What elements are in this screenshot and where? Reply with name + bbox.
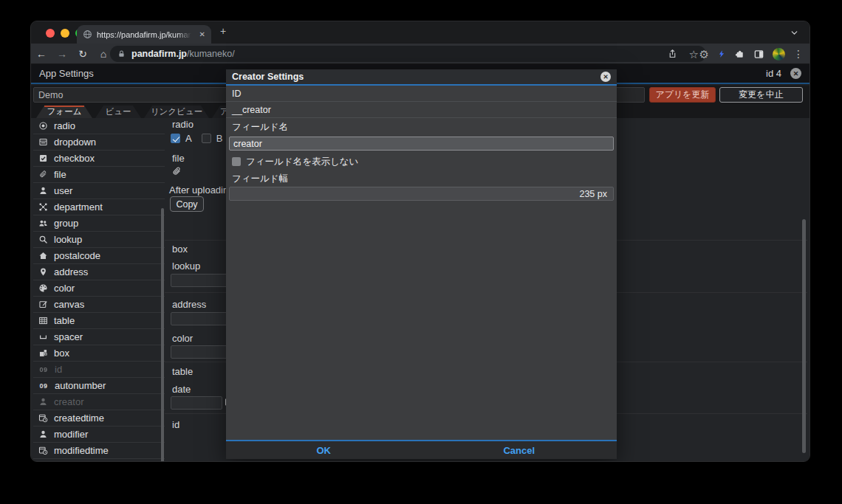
palette-item-label: modifiedtime [54,445,109,456]
reload-icon[interactable]: ↻ [72,48,93,60]
field-width-label: フィールド幅 [232,173,288,185]
url-domain: pandafirm.jp [131,49,187,59]
grid-icon [38,316,48,325]
palette-item-label: createdtime [54,412,104,424]
modal-field-width-label-row: フィールド幅 [226,170,617,187]
palette-item-label: file [54,169,66,180]
share-icon[interactable] [668,49,677,59]
ok-button-label: OK [317,445,332,456]
department-icon [38,202,48,212]
update-app-label: アプリを更新 [655,89,709,101]
group-icon [38,218,48,228]
palette-item-label: group [54,218,78,229]
palette-item-label: postalcode [54,250,100,261]
tab-view-label: ビュー [105,106,131,117]
field-name-input[interactable] [229,137,614,151]
tab-linkview[interactable]: リンクビュー [144,106,209,118]
tab-form[interactable]: フォーム [36,106,92,118]
hide-field-name-row[interactable]: フィールド名を表示しない [226,153,617,170]
checkbox-checked-icon[interactable] [171,134,180,143]
browser-tab[interactable]: https://pandafirm.jp/kumaneko ✕ [77,25,211,44]
tab-view[interactable]: ビュー [95,106,141,118]
palette-item-postalcode[interactable]: postalcode [33,248,165,264]
search-icon [38,235,48,244]
creator-settings-modal: Creator Settings ✕ ID __creator フィールド名 フ… [226,69,617,459]
field-width-input[interactable]: 235 px [229,187,614,201]
minimize-window-button[interactable] [61,29,69,38]
ok-button[interactable]: OK [226,441,422,459]
modal-field-name-label-row: フィールド名 [226,118,617,136]
palette-item-label: department [54,201,103,213]
palette-item-radio[interactable]: radio [33,118,165,134]
kebab-menu-icon[interactable]: ⋮ [793,49,804,59]
palette-item-table[interactable]: table [33,313,165,329]
bookmark-star-icon[interactable]: ☆ [689,49,699,60]
cancel-button-label: Cancel [503,445,535,456]
profile-avatar[interactable] [773,48,785,61]
palette-item-canvas[interactable]: canvas [33,297,165,313]
palette-item-createdtime[interactable]: createdtime [33,410,165,427]
palette-item-color[interactable]: color [33,280,165,297]
palette-item-address[interactable]: address [33,264,165,280]
palette-item-modifier[interactable]: modifier [33,427,165,443]
palette-item-department[interactable]: department [33,199,165,215]
close-window-button[interactable] [46,29,55,38]
palette-item-label: table [54,315,75,326]
palette-item-file[interactable]: file [33,167,165,183]
palette-item-autonumber[interactable]: 09 autonumber [33,378,165,394]
update-app-button[interactable]: アプリを更新 [649,87,716,103]
palette-item-group[interactable]: group [33,215,165,232]
browser-window: https://pandafirm.jp/kumaneko ✕ + ← → ↻ … [30,21,810,462]
gear-icon[interactable]: ⚙ [699,49,709,60]
number-icon: 09 [38,382,49,390]
palette-item-checkbox[interactable]: checkbox [33,151,165,167]
content-scrollbar[interactable] [802,219,806,453]
palette-item-box[interactable]: box [33,345,165,362]
back-icon[interactable]: ← [31,48,52,60]
palette-item-spacer[interactable]: spacer [33,329,165,345]
boxes-icon [38,348,48,358]
palette-item-label: radio [54,120,75,131]
palette-item-modifiedtime[interactable]: modifiedtime [33,443,165,459]
lightning-icon[interactable] [717,49,726,59]
field-palette-sidebar: radio dropdown checkbox file user [33,118,165,459]
sidebar-scrollbar[interactable] [161,208,164,462]
page-title: App Settings [39,68,94,79]
user-icon [38,186,48,196]
modal-title-bar: Creator Settings ✕ [226,69,617,86]
modal-close-icon[interactable]: ✕ [600,72,611,82]
field-label: lookup [172,260,200,272]
modal-footer: OK Cancel [226,440,617,459]
date-input[interactable] [171,396,222,410]
calendar-clock-icon [38,446,48,455]
new-tab-button[interactable]: + [220,26,226,36]
palette-item-label: id [55,364,62,375]
palette-item-user[interactable]: user [33,183,165,199]
pencil-square-icon [38,300,48,309]
palette-item-label: user [54,185,72,196]
side-panel-icon[interactable] [753,49,764,60]
house-icon [38,251,48,260]
map-pin-icon [38,267,48,277]
close-app-settings-icon[interactable]: ✕ [790,68,801,79]
copy-button[interactable]: Copy [170,196,204,212]
tab-close-icon[interactable]: ✕ [199,30,205,38]
palette-item-label: dropdown [54,137,96,148]
browser-toolbar: ← → ↻ ⌂ pandafirm.jp/kumaneko/ ☆ [31,44,810,64]
chevron-down-icon[interactable] [790,28,799,38]
dropdown-icon [38,137,48,147]
hide-field-name-checkbox[interactable] [232,157,241,166]
forward-icon[interactable]: → [52,48,72,60]
palette-item-lookup[interactable]: lookup [33,232,165,248]
field-label: box [172,244,188,255]
checkbox-icon[interactable] [202,134,211,143]
address-bar[interactable]: pandafirm.jp/kumaneko/ ☆ [110,46,706,62]
user-icon [38,429,48,439]
browser-tab-strip: https://pandafirm.jp/kumaneko ✕ + [31,21,810,44]
cancel-button[interactable]: Cancel [422,441,617,459]
user-icon [38,397,48,407]
field-label: id [172,419,179,430]
extensions-puzzle-icon[interactable] [734,49,745,60]
palette-item-dropdown[interactable]: dropdown [33,134,165,151]
discard-changes-button[interactable]: 変更を中止 [719,87,803,103]
